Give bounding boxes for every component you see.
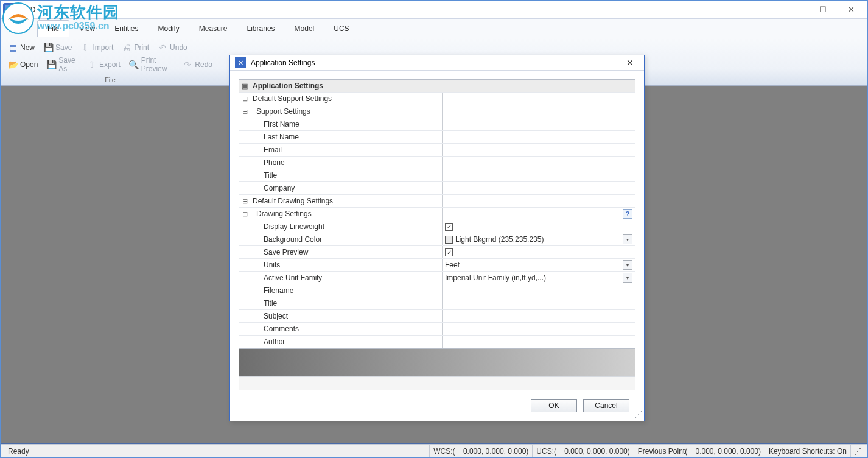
undo-icon: ↶ (158, 43, 167, 52)
ribbon-row-1: ▤New💾Save⇩Import🖨Print↶Undo (4, 41, 216, 54)
menu-libraries[interactable]: Libraries (237, 21, 285, 37)
prop-title2[interactable]: Title (239, 297, 635, 310)
prop-title[interactable]: Title (239, 169, 635, 182)
ribbon-import-button: ⇩Import (77, 41, 117, 54)
menu-file[interactable]: File (37, 20, 69, 37)
prop-filename[interactable]: Filename (239, 284, 635, 297)
property-grid: ▣ Application Settings ⊟ Default Support… (239, 79, 635, 390)
dialog-title: Application Settings (251, 58, 315, 67)
prop-phone[interactable]: Phone (239, 157, 635, 169)
property-grid-rows[interactable]: ▣ Application Settings ⊟ Default Support… (239, 80, 635, 348)
resize-grip-icon[interactable]: ⋰ (634, 411, 643, 420)
dialog-titlebar[interactable]: Application Settings ✕ (230, 55, 644, 71)
ribbon-button-label: Redo (195, 60, 212, 69)
ribbon-button-label: Print (134, 43, 149, 52)
ribbon-group-file: ▤New💾Save⇩Import🖨Print↶Undo 📂Open💾Save A… (1, 38, 220, 85)
app-title: CAD (20, 5, 35, 14)
dialog-body: ▣ Application Settings ⊟ Default Support… (230, 71, 644, 422)
dialog-close-button[interactable]: ✕ (621, 55, 639, 70)
ribbon-redo-button: ↷Redo (179, 54, 216, 75)
collapse-icon[interactable]: ⊟ (239, 105, 250, 118)
prop-email[interactable]: Email (239, 144, 635, 157)
dropdown-icon[interactable]: ▾ (623, 260, 632, 270)
status-ready: Ready (4, 445, 429, 457)
print-preview-icon: 🔍 (129, 60, 139, 69)
ribbon-button-label: Save As (58, 56, 79, 73)
ribbon-button-label: New (20, 43, 35, 52)
prop-last-name[interactable]: Last Name (239, 131, 635, 144)
open-icon: 📂 (8, 60, 18, 69)
background-color-value: Light Bkgrnd (235,235,235) (455, 233, 544, 246)
ribbon-save-as-button: 💾Save As (43, 54, 82, 75)
redo-icon: ↷ (183, 60, 192, 69)
color-swatch (445, 236, 453, 244)
status-keyboard-shortcuts: Keyboard Shortcuts: On (765, 445, 850, 457)
prop-save-preview[interactable]: Save Preview ✓ (239, 246, 635, 259)
minimize-button[interactable]: — (781, 1, 809, 18)
checkbox-checked-icon[interactable]: ✓ (445, 223, 453, 231)
cancel-button[interactable]: Cancel (583, 399, 629, 412)
main-window: 河东软件园 www.pc0359.cn CAD — ☐ ✕ FileViewEn… (0, 0, 868, 458)
save-as-icon: 💾 (46, 60, 56, 69)
units-value: Feet (445, 259, 460, 272)
checkbox-checked-icon[interactable]: ✓ (445, 248, 453, 256)
dropdown-icon[interactable]: ▾ (623, 273, 632, 283)
prop-units[interactable]: Units Feet ▾ (239, 259, 635, 272)
ribbon-print-preview-button: 🔍Print Preview (125, 54, 178, 75)
prop-active-unit-family[interactable]: Active Unit Family Imperial Unit Family … (239, 272, 635, 284)
ribbon-button-label: Export (99, 60, 121, 69)
status-grip-icon: ⋰ (850, 445, 864, 457)
ribbon-row-2: 📂Open💾Save As⇧Export🔍Print Preview↷Redo (4, 54, 216, 75)
section-support-settings[interactable]: ⊟ Support Settings (239, 105, 635, 118)
section-default-drawing-settings[interactable]: ⊟ Default Drawing Settings (239, 195, 635, 208)
help-icon[interactable]: ? (623, 209, 632, 219)
app-icon (3, 3, 16, 16)
prop-background-color[interactable]: Background Color Light Bkgrnd (235,235,2… (239, 233, 635, 246)
maximize-button[interactable]: ☐ (809, 1, 837, 18)
ribbon-group-label: File (4, 75, 216, 85)
status-wcs: WCS:( 0.000, 0.000, 0.000) (429, 445, 532, 457)
collapse-icon[interactable]: ▣ (239, 80, 250, 92)
save-icon: 💾 (43, 43, 53, 52)
ribbon-button-label: Print Preview (141, 56, 175, 73)
ok-button[interactable]: OK (531, 399, 577, 412)
dialog-icon (235, 57, 246, 68)
application-settings-dialog: Application Settings ✕ ▣ Application Set… (229, 55, 645, 421)
ribbon-new-button[interactable]: ▤New (4, 41, 38, 54)
statusbar: Ready WCS:( 0.000, 0.000, 0.000) UCS:( 0… (1, 444, 867, 457)
ribbon-print-button: 🖨Print (118, 41, 153, 54)
ribbon-open-button[interactable]: 📂Open (4, 54, 41, 75)
property-description-footer (239, 376, 635, 390)
ribbon-button-label: Undo (170, 43, 187, 52)
collapse-icon[interactable]: ⊟ (239, 195, 250, 207)
titlebar: CAD — ☐ ✕ (1, 1, 867, 19)
menu-model[interactable]: Model (285, 21, 324, 37)
export-icon: ⇧ (87, 60, 97, 69)
property-description-panel (239, 348, 635, 376)
menu-view[interactable]: View (69, 21, 105, 37)
close-button[interactable]: ✕ (837, 1, 865, 18)
collapse-icon[interactable]: ⊟ (239, 208, 250, 220)
dropdown-icon[interactable]: ▾ (623, 234, 632, 244)
menu-modify[interactable]: Modify (149, 21, 189, 37)
ribbon-export-button: ⇧Export (83, 54, 124, 75)
prop-author[interactable]: Author (239, 336, 635, 348)
status-prev-point: Previous Point( 0.000, 0.000, 0.000) (634, 445, 765, 457)
ribbon-save-button: 💾Save (40, 41, 75, 54)
ribbon-button-label: Open (20, 60, 38, 69)
prop-comments[interactable]: Comments (239, 323, 635, 336)
menu-entities[interactable]: Entities (105, 21, 148, 37)
section-application-settings[interactable]: ▣ Application Settings (239, 80, 635, 93)
menubar: FileViewEntitiesModifyMeasureLibrariesMo… (1, 19, 867, 38)
prop-company[interactable]: Company (239, 182, 635, 195)
section-drawing-settings[interactable]: ⊟ Drawing Settings ? (239, 208, 635, 220)
menu-measure[interactable]: Measure (189, 21, 237, 37)
prop-first-name[interactable]: First Name (239, 118, 635, 131)
prop-subject[interactable]: Subject (239, 310, 635, 323)
prop-display-lineweight[interactable]: Display Lineweight ✓ (239, 220, 635, 233)
section-default-support-settings[interactable]: ⊟ Default Support Settings (239, 93, 635, 105)
ribbon-button-label: Save (55, 43, 72, 52)
status-ucs: UCS:( 0.000, 0.000, 0.000) (532, 445, 633, 457)
menu-ucs[interactable]: UCS (324, 21, 359, 37)
collapse-icon[interactable]: ⊟ (239, 93, 250, 105)
